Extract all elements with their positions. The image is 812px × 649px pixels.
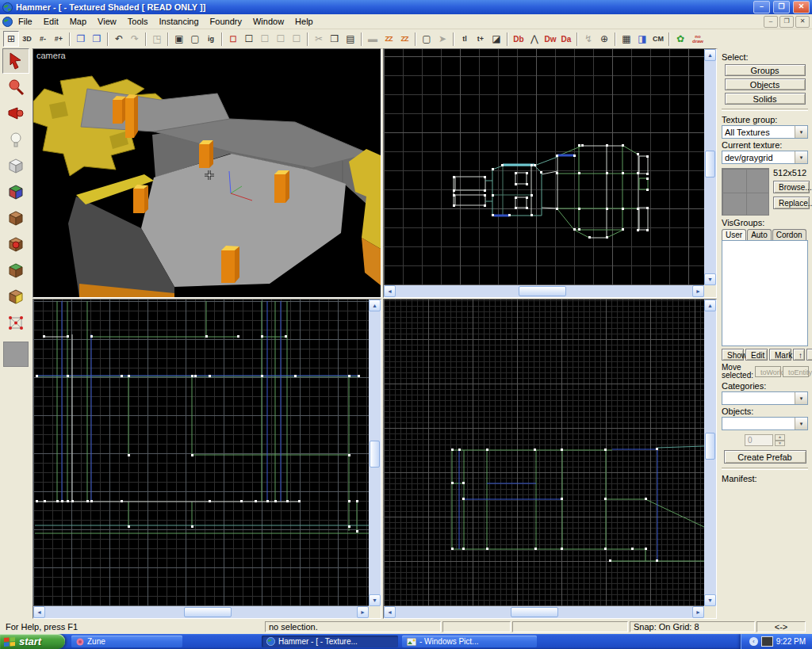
scroll-left-icon[interactable]: ◄ — [384, 606, 396, 618]
select-groups-button[interactable]: Groups — [725, 64, 806, 76]
grid-smaller-button[interactable]: #- — [35, 31, 51, 47]
displacement-mask-toggle[interactable]: ◪ — [488, 31, 504, 47]
decal-tool[interactable] — [2, 231, 29, 257]
clipping-tool[interactable] — [2, 284, 29, 309]
model-fade-toggle[interactable]: ◨ — [634, 31, 650, 47]
menu-tools[interactable]: Tools — [122, 16, 154, 27]
scroll-down-icon[interactable]: ▼ — [369, 594, 381, 606]
grid-snap-toggle[interactable]: ⊞ — [3, 31, 19, 47]
scroll-up-icon[interactable]: ▲ — [369, 300, 381, 311]
scroll-down-icon[interactable]: ▼ — [704, 273, 716, 285]
prefab-count-field[interactable]: 0 — [745, 434, 773, 446]
spinner-down-icon[interactable]: ▼ — [775, 441, 785, 447]
scroll-thumb[interactable] — [370, 441, 380, 468]
categories-select[interactable]: ▼ — [722, 391, 808, 405]
scroll-down-icon[interactable]: ▼ — [704, 594, 716, 606]
toentity-button[interactable]: toEntity — [783, 366, 809, 377]
horizontal-scrollbar[interactable]: ◄► — [33, 606, 369, 618]
move-up-button[interactable]: ↑ — [793, 349, 805, 361]
disp-alpha-toggle[interactable]: Da — [558, 31, 574, 47]
texture-group-select[interactable]: All Textures▼ — [722, 125, 808, 139]
replace-button[interactable]: Replace... — [773, 197, 810, 209]
texture-bar-toggle[interactable]: ▬ — [365, 31, 381, 47]
taskbar-item-zune[interactable]: Zune — [71, 636, 182, 647]
viewport-2d-side[interactable]: ▲▼ ◄► — [383, 299, 717, 619]
scroll-right-icon[interactable]: ► — [357, 606, 369, 618]
ungroup-button[interactable]: ▢ — [187, 31, 203, 47]
vertical-scrollbar[interactable]: ▲▼ — [704, 49, 716, 285]
detail-objects-toggle[interactable]: ▦ — [619, 31, 634, 47]
save-window-state-button[interactable]: ❐ — [89, 31, 105, 47]
texture-scale-lock-toggle[interactable]: ZZ — [396, 31, 412, 47]
select-objects-button[interactable]: Objects — [725, 78, 806, 90]
overlay-tool[interactable] — [2, 258, 29, 283]
edit-button[interactable]: Edit — [745, 349, 768, 361]
scroll-right-icon[interactable]: ► — [692, 285, 704, 297]
flip-vertical-button[interactable]: ☐ — [289, 31, 304, 47]
mdi-close-button[interactable]: ✕ — [795, 16, 810, 28]
texture-lock-scale-toggle[interactable]: t+ — [473, 31, 488, 47]
mdi-restore-button[interactable]: ❐ — [779, 16, 794, 28]
helpers-toggle[interactable]: ⊕ — [596, 31, 612, 47]
viewport-3d-camera[interactable]: camera — [33, 48, 381, 298]
visgroups-list[interactable] — [722, 240, 808, 346]
redo-button[interactable]: ↷ — [127, 31, 143, 47]
copy-button[interactable]: ❒ — [327, 31, 343, 47]
cut-button[interactable]: ✂ — [311, 31, 327, 47]
scroll-thumb[interactable] — [705, 151, 715, 178]
tab-auto[interactable]: Auto — [747, 229, 772, 240]
vertical-scrollbar[interactable]: ▲▼ — [704, 300, 716, 606]
disp-walkable-toggle[interactable]: Dw — [542, 31, 558, 47]
show-hidden-button[interactable]: ☐ — [257, 31, 273, 47]
apply-current-texture-tool[interactable] — [2, 205, 29, 231]
toworld-button[interactable]: toWorld — [755, 366, 781, 377]
show-button[interactable]: Show — [722, 349, 744, 361]
path-tool-button[interactable]: ⋀ — [527, 31, 542, 47]
hide-unselected-button[interactable]: ☐ — [241, 31, 257, 47]
nodraw-toggle[interactable]: no draw — [688, 31, 707, 47]
move-down-button[interactable]: ↓ — [806, 349, 812, 361]
foundry-toggle[interactable]: ✿ — [672, 31, 688, 47]
texture-application-tool[interactable] — [2, 179, 29, 204]
objects-select[interactable]: ▼ — [722, 417, 808, 430]
ignore-groups-toggle[interactable]: ig — [203, 31, 219, 47]
viewport-2d-top[interactable]: ▲▼ ◄► — [383, 48, 717, 298]
scroll-right-icon[interactable]: ► — [692, 606, 704, 618]
carve-button[interactable]: ◳ — [149, 31, 165, 47]
chevron-down-icon[interactable]: ▼ — [795, 151, 807, 163]
magnify-tool[interactable] — [2, 74, 29, 100]
texture-swatch[interactable] — [3, 342, 29, 367]
entity-report-button[interactable]: ↯ — [580, 31, 596, 47]
menu-instancing[interactable]: Instancing — [153, 16, 204, 27]
load-window-state-button[interactable]: ❐ — [73, 31, 89, 47]
scroll-thumb[interactable] — [511, 607, 558, 617]
grid-larger-button[interactable]: #+ — [51, 31, 67, 47]
undo-button[interactable]: ↶ — [111, 31, 127, 47]
browse-button[interactable]: Browse... — [773, 181, 810, 193]
flip-horizontal-button[interactable]: ☐ — [273, 31, 289, 47]
menu-view[interactable]: View — [92, 16, 122, 27]
texture-lock-tl-toggle[interactable]: tl — [457, 31, 473, 47]
menu-file[interactable]: File — [13, 16, 38, 27]
viewport-2d-front[interactable]: ▲▼ ◄► — [33, 299, 381, 619]
menu-edit[interactable]: Edit — [38, 16, 64, 27]
selection-tool[interactable] — [2, 48, 29, 74]
block-tool[interactable] — [2, 153, 29, 178]
tray-display-icon[interactable] — [761, 636, 773, 647]
grid-3d-toggle[interactable]: 3D — [19, 31, 35, 47]
scroll-left-icon[interactable]: ◄ — [384, 285, 396, 297]
group-button[interactable]: ▣ — [171, 31, 187, 47]
vertical-scrollbar[interactable]: ▲▼ — [369, 300, 381, 606]
hide-selected-button[interactable]: ☐ — [225, 31, 241, 47]
scroll-thumb[interactable] — [184, 607, 232, 617]
scroll-up-icon[interactable]: ▲ — [704, 300, 716, 311]
menu-map[interactable]: Map — [64, 16, 92, 27]
tray-collapse-icon[interactable]: ‹ — [749, 637, 758, 646]
horizontal-scrollbar[interactable]: ◄► — [384, 285, 704, 297]
menu-help[interactable]: Help — [289, 16, 319, 27]
mdi-minimize-button[interactable]: – — [764, 16, 778, 28]
cm-toggle[interactable]: CM — [650, 31, 666, 47]
tab-cordon[interactable]: Cordon — [772, 229, 806, 240]
spinner-buttons[interactable]: ▲▼ — [775, 434, 785, 446]
select-solids-button[interactable]: Solids — [725, 93, 806, 105]
